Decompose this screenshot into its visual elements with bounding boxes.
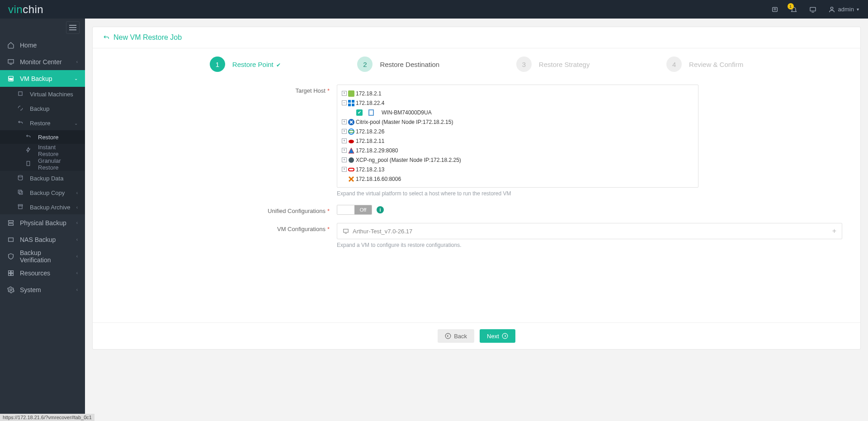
sidebar-item-physical[interactable]: Physical Backup ‹ [0,214,85,231]
svg-rect-16 [19,206,22,208]
chevron-left-icon: ‹ [76,59,78,64]
next-label: Next [487,333,499,340]
svg-text:VM: VM [9,77,13,80]
sidebar-item-granularrestore[interactable]: Granular Restore [0,157,85,171]
redhat-icon [348,138,354,144]
svg-point-24 [10,289,12,291]
tree-node[interactable]: +Citrix-pool (Master Node IP:172.18.2.15… [342,117,693,127]
svg-rect-28 [348,104,351,106]
svg-rect-10 [19,92,22,95]
tree-node[interactable]: +172.18.2.13 [342,165,693,174]
tree-node[interactable]: −172.18.22.4 [342,98,693,108]
chevron-down-icon: ▾ [857,7,859,12]
sidebar-item-home[interactable]: Home [0,37,85,53]
collapse-icon[interactable]: − [342,100,347,105]
expand-icon[interactable]: + [342,119,347,124]
svg-point-32 [349,129,354,134]
sidebar-item-vmbackup[interactable]: VM VM Backup ⌄ [0,70,85,87]
news-icon[interactable] [771,6,778,13]
user-menu[interactable]: admin ▾ [828,6,859,13]
sidebar-item-nas[interactable]: NAS Backup ‹ [0,231,85,248]
tree-node[interactable]: +172.18.2.26 [342,127,693,136]
sidebar-item-system[interactable]: System ‹ [0,281,85,298]
screen-icon[interactable] [809,6,816,13]
tree-label: XCP-ng_pool (Master Node IP:172.18.2.25) [356,157,461,163]
check-icon: ✔ [276,62,281,68]
svg-rect-29 [352,104,354,106]
step-1[interactable]: 1 Restore Point✔ [210,57,281,72]
row-vmconfig: VM Configurations* Arthur-Test_v7.0-26.1… [111,223,842,248]
logo[interactable]: vin chin [8,3,43,16]
sidebar-item-label: Instant Restore [38,144,78,157]
tree-label: 172.18.2.26 [356,128,384,135]
plus-icon[interactable]: + [832,227,836,235]
back-button[interactable]: Back [438,329,474,343]
sidebar-item-label: Restore [38,134,59,141]
svg-rect-22 [9,273,11,275]
topbar: vin chin 1 admin ▾ [0,0,868,19]
unified-toggle[interactable]: Off [337,205,372,215]
step-3[interactable]: 3 Restore Strategy [516,57,590,72]
checkbox-checked-icon[interactable]: ✔ [356,109,363,116]
sidebar-item-backupdata[interactable]: Backup Data [0,171,85,185]
sidebar-item-label: Restore [30,120,51,127]
notifications-icon[interactable]: 1 [790,6,797,13]
sidebar-item-monitor[interactable]: Monitor Center ‹ [0,53,85,70]
tree-label: 172.18.2.11 [356,138,384,144]
logo-chin: chin [23,3,43,16]
sidebar-item-backupcopy[interactable]: Backup Copy ‹ [0,185,85,200]
chevron-left-icon: ‹ [76,205,78,210]
triangle-icon [348,147,354,154]
label-unified: Unified Configurations* [111,205,337,215]
next-button[interactable]: Next [480,329,515,343]
vm-hint: Expand a VM to configure its restore con… [337,242,842,248]
target-host-tree[interactable]: +172.18.2.1 −172.18.22.4 ✔WIN-BM74000D9U… [337,85,698,188]
vmware-icon [348,90,354,97]
vm-config-row[interactable]: Arthur-Test_v7.0-26.17 + [337,223,842,239]
sidebar-item-instantrestore[interactable]: Instant Restore [0,144,85,157]
sidebar-item-backup[interactable]: Backup [0,101,85,116]
sidebar-item-virtualmachines[interactable]: Virtual Machines [0,87,85,101]
burger-button[interactable] [66,21,80,34]
tree-node[interactable]: +172.18.16.60:8006 [342,174,693,184]
tree-label: 172.18.22.4 [356,100,384,106]
expand-icon[interactable]: + [342,91,347,96]
svg-rect-6 [8,59,14,63]
info-icon[interactable]: i [377,206,384,213]
sidebar-item-label: VM Backup [20,75,52,82]
topbar-right: 1 admin ▾ [771,6,859,13]
tree-node[interactable]: +172.18.2.11 [342,136,693,146]
box-icon [17,90,24,98]
step-4[interactable]: 4 Review & Confirm [666,57,743,72]
sidebar-item-label: Granular Restore [38,157,78,171]
back-label: Back [454,333,467,340]
sidebar-item-restore[interactable]: Restore ⌄ [0,116,85,130]
sidebar-item-verification[interactable]: Backup Verification ‹ [0,248,85,265]
step-2[interactable]: 2 Restore Destination [357,57,439,72]
sidebar-item-label: System [20,286,41,293]
tree-label: Citrix-pool (Master Node IP:172.18.2.15) [356,119,453,125]
status-bar-url: https://172.18.21.6/?vmrecover#tab_0c1 [0,414,94,421]
logo-vin: vin [8,3,23,16]
main: New VM Restore Job 1 Restore Point✔ 2 Re… [85,19,868,421]
sidebar-item-backuparchive[interactable]: Backup Archive ‹ [0,200,85,214]
step-number: 4 [666,57,682,72]
expand-icon[interactable]: + [342,157,347,162]
chevron-left-icon: ‹ [76,220,78,225]
sidebar-item-resources[interactable]: Resources ‹ [0,265,85,281]
svg-rect-11 [27,161,30,166]
chevron-left-icon: ‹ [76,287,78,292]
tree-node[interactable]: +XCP-ng_pool (Master Node IP:172.18.2.25… [342,155,693,165]
expand-icon[interactable]: + [342,167,347,172]
database-icon [17,175,24,182]
expand-icon[interactable]: + [342,148,347,153]
expand-icon[interactable]: + [342,129,347,134]
sidebar-item-restore-restore[interactable]: Restore [0,130,85,144]
expand-icon[interactable]: + [342,138,347,143]
arrow-left-icon [445,333,451,339]
tree-node-child[interactable]: ✔WIN-BM74000D9UA [342,108,693,117]
tree-node[interactable]: +172.18.2.1 [342,89,693,98]
tree-node[interactable]: +172.18.2.29:8080 [342,146,693,155]
chevron-left-icon: ‹ [76,190,78,195]
sidebar-item-label: Backup Copy [30,189,65,196]
